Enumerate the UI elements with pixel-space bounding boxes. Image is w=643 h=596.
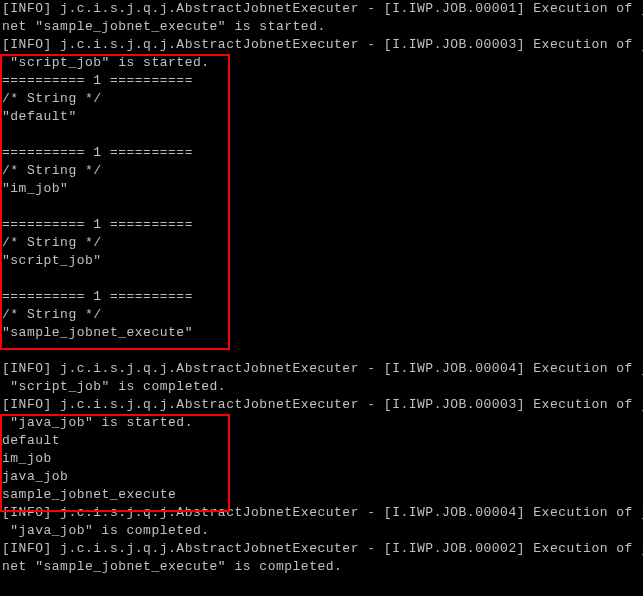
log-line	[2, 270, 643, 288]
log-line: [INFO] j.c.i.s.j.q.j.AbstractJobnetExecu…	[2, 540, 643, 558]
log-line: "script_job" is completed.	[2, 378, 643, 396]
log-line: default	[2, 432, 643, 450]
log-line: [INFO] j.c.i.s.j.q.j.AbstractJobnetExecu…	[2, 0, 643, 18]
log-line: /* String */	[2, 234, 643, 252]
log-line	[2, 342, 643, 360]
log-line: ========== 1 ==========	[2, 216, 643, 234]
log-line: "script_job"	[2, 252, 643, 270]
log-line	[2, 126, 643, 144]
log-line: "script_job" is started.	[2, 54, 643, 72]
log-line: [INFO] j.c.i.s.j.q.j.AbstractJobnetExecu…	[2, 504, 643, 522]
log-line: [INFO] j.c.i.s.j.q.j.AbstractJobnetExecu…	[2, 396, 643, 414]
log-line: ========== 1 ==========	[2, 144, 643, 162]
terminal-output: [INFO] j.c.i.s.j.q.j.AbstractJobnetExecu…	[0, 0, 643, 576]
log-line: [INFO] j.c.i.s.j.q.j.AbstractJobnetExecu…	[2, 36, 643, 54]
log-line: [INFO] j.c.i.s.j.q.j.AbstractJobnetExecu…	[2, 360, 643, 378]
log-line: net "sample_jobnet_execute" is completed…	[2, 558, 643, 576]
log-line: "sample_jobnet_execute"	[2, 324, 643, 342]
log-line: "java_job" is completed.	[2, 522, 643, 540]
log-line: ========== 1 ==========	[2, 72, 643, 90]
log-line: /* String */	[2, 162, 643, 180]
log-line: im_job	[2, 450, 643, 468]
log-line: "im_job"	[2, 180, 643, 198]
log-line: sample_jobnet_execute	[2, 486, 643, 504]
log-line: net "sample_jobnet_execute" is started.	[2, 18, 643, 36]
log-line: /* String */	[2, 90, 643, 108]
log-line: java_job	[2, 468, 643, 486]
log-line	[2, 198, 643, 216]
log-line: "java_job" is started.	[2, 414, 643, 432]
log-line: "default"	[2, 108, 643, 126]
log-line: /* String */	[2, 306, 643, 324]
log-line: ========== 1 ==========	[2, 288, 643, 306]
